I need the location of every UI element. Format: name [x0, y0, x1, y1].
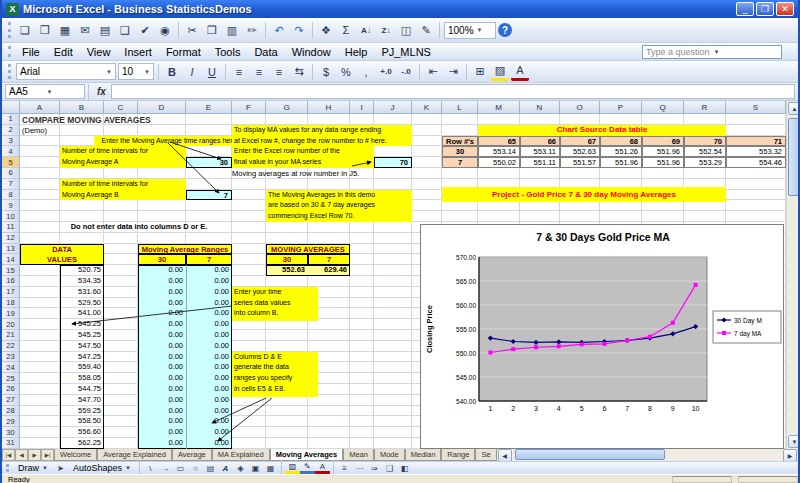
- cell-B23[interactable]: 547.25: [60, 352, 104, 363]
- cell-E24[interactable]: 0.00: [186, 362, 232, 373]
- sort-ascending-icon[interactable]: A↓: [357, 21, 375, 39]
- column-header-P[interactable]: P: [600, 101, 642, 114]
- row-header-9[interactable]: 9: [2, 200, 20, 211]
- scroll-right-button[interactable]: ▶: [783, 449, 797, 462]
- column-header-M[interactable]: M: [478, 101, 520, 114]
- arrow-icon[interactable]: →: [158, 462, 173, 474]
- label-ma-a[interactable]: Number of time intervals for Moving Aver…: [60, 146, 186, 168]
- close-button[interactable]: ✕: [776, 2, 794, 16]
- menu-edit[interactable]: Edit: [47, 45, 80, 59]
- bold-icon[interactable]: B: [163, 63, 181, 81]
- label-ma-b[interactable]: Number of time intervals for Moving Aver…: [60, 179, 186, 201]
- row-header-15[interactable]: 15: [2, 265, 20, 276]
- cell-B17[interactable]: 531.60: [60, 287, 104, 298]
- fill-color-icon[interactable]: ▨: [491, 63, 509, 81]
- source-rownum-67[interactable]: 67: [560, 136, 600, 147]
- row-header-30[interactable]: 30: [2, 427, 20, 438]
- column-header-K[interactable]: K: [412, 101, 442, 114]
- vscroll-track[interactable]: [788, 116, 800, 434]
- shadow-style-icon[interactable]: ❑: [382, 462, 397, 474]
- cell-E21[interactable]: 0.00: [186, 330, 232, 341]
- diagram-icon[interactable]: ◈: [233, 462, 248, 474]
- column-header-L[interactable]: L: [442, 101, 478, 114]
- row-header-3[interactable]: 3: [2, 136, 20, 147]
- source-rownum-68[interactable]: 68: [600, 136, 642, 147]
- cell-D19[interactable]: 0.00: [138, 308, 186, 319]
- cell-E20[interactable]: 0.00: [186, 319, 232, 330]
- vertical-scrollbar[interactable]: ▲ ▼: [786, 101, 800, 449]
- tab-scroll-prev[interactable]: ◀: [15, 449, 28, 461]
- paste-icon[interactable]: ▥: [223, 21, 241, 39]
- align-center-icon[interactable]: ≡: [250, 63, 268, 81]
- cell-D23[interactable]: 0.00: [138, 352, 186, 363]
- menu-window[interactable]: Window: [285, 45, 338, 59]
- picture-icon[interactable]: ▦: [263, 462, 278, 474]
- cell-E8-ma-b-intervals[interactable]: 7: [186, 190, 232, 201]
- sheet-tab-range[interactable]: Range: [441, 449, 475, 461]
- hyperlink-icon[interactable]: ❖: [317, 21, 335, 39]
- italic-icon[interactable]: I: [183, 63, 201, 81]
- scroll-down-button[interactable]: ▼: [788, 435, 800, 448]
- cell-E27[interactable]: 0.00: [186, 395, 232, 406]
- print-preview-icon[interactable]: ❑: [116, 21, 134, 39]
- column-header-N[interactable]: N: [520, 101, 560, 114]
- line-style-icon[interactable]: ≡: [337, 462, 352, 474]
- font-name-select[interactable]: Arial ▼: [16, 63, 116, 80]
- font-size-select[interactable]: 10 ▼: [118, 63, 154, 80]
- line-color-icon[interactable]: ✎: [300, 462, 315, 474]
- merge-center-icon[interactable]: ⇆: [290, 63, 308, 81]
- drawing-icon[interactable]: ✎: [417, 21, 435, 39]
- cell-E25[interactable]: 0.00: [186, 373, 232, 384]
- source-cell-30-68[interactable]: 551.26: [600, 146, 642, 157]
- decrease-indent-icon[interactable]: ⇤: [424, 63, 442, 81]
- line-icon[interactable]: \: [143, 462, 158, 474]
- wordart-icon[interactable]: A: [218, 462, 233, 474]
- source-cell-30-67[interactable]: 552.63: [560, 146, 600, 157]
- cell-D30[interactable]: 0.00: [138, 427, 186, 438]
- row-header-13[interactable]: 13: [2, 244, 20, 255]
- sheet-tab-mean[interactable]: Mean: [343, 449, 374, 461]
- print-icon[interactable]: ▤: [96, 21, 114, 39]
- select-all-corner[interactable]: [2, 101, 20, 114]
- row-header-21[interactable]: 21: [2, 330, 20, 341]
- menu-data[interactable]: Data: [247, 45, 284, 59]
- menu-view[interactable]: View: [80, 45, 118, 59]
- column-header-O[interactable]: O: [560, 101, 600, 114]
- mail-icon[interactable]: ✉: [76, 21, 94, 39]
- gold-price-chart[interactable]: 7 & 30 Days Gold Price MA570.00565.00560…: [420, 224, 784, 449]
- source-cell-7-67[interactable]: 551.57: [560, 157, 600, 168]
- font-color-icon[interactable]: A: [511, 63, 529, 81]
- open-icon[interactable]: ❒: [36, 21, 54, 39]
- cell-D24[interactable]: 0.00: [138, 362, 186, 373]
- cell-B24[interactable]: 559.40: [60, 362, 104, 373]
- column-header-B[interactable]: B: [60, 101, 104, 114]
- row-header-18[interactable]: 18: [2, 298, 20, 309]
- row-header-20[interactable]: 20: [2, 319, 20, 330]
- source-cell-30-69[interactable]: 551.96: [642, 146, 684, 157]
- cell-E22[interactable]: 0.00: [186, 341, 232, 352]
- source-rownum-71[interactable]: 71: [726, 136, 786, 147]
- row-header-22[interactable]: 22: [2, 341, 20, 352]
- row-header-1[interactable]: 1: [2, 114, 20, 125]
- row-header-24[interactable]: 24: [2, 362, 20, 373]
- row-header-27[interactable]: 27: [2, 395, 20, 406]
- source-cell-30-66[interactable]: 553.11: [520, 146, 560, 157]
- percent-icon[interactable]: %: [337, 63, 355, 81]
- cell-D25[interactable]: 0.00: [138, 373, 186, 384]
- copy-icon[interactable]: ❐: [203, 21, 221, 39]
- toolbar-grip[interactable]: [8, 46, 11, 58]
- cell-B18[interactable]: 529.50: [60, 298, 104, 309]
- cell-E31[interactable]: 0.00: [186, 438, 232, 449]
- scroll-left-button[interactable]: ◀: [498, 449, 512, 462]
- source-cell-7-71[interactable]: 554.46: [726, 157, 786, 168]
- source-cell-7-69[interactable]: 551.96: [642, 157, 684, 168]
- autoshapes-menu-button[interactable]: AutoShapes ▼: [68, 463, 136, 473]
- maximize-button[interactable]: ❐: [756, 2, 774, 16]
- cell-E17[interactable]: 0.00: [186, 287, 232, 298]
- menu-insert[interactable]: Insert: [117, 45, 159, 59]
- cell-B30[interactable]: 556.60: [60, 427, 104, 438]
- format-painter-icon[interactable]: ✏: [243, 21, 261, 39]
- menu-file[interactable]: File: [15, 45, 47, 59]
- column-header-D[interactable]: D: [138, 101, 186, 114]
- note-final-row[interactable]: Enter the Excel row number of the final …: [232, 146, 374, 168]
